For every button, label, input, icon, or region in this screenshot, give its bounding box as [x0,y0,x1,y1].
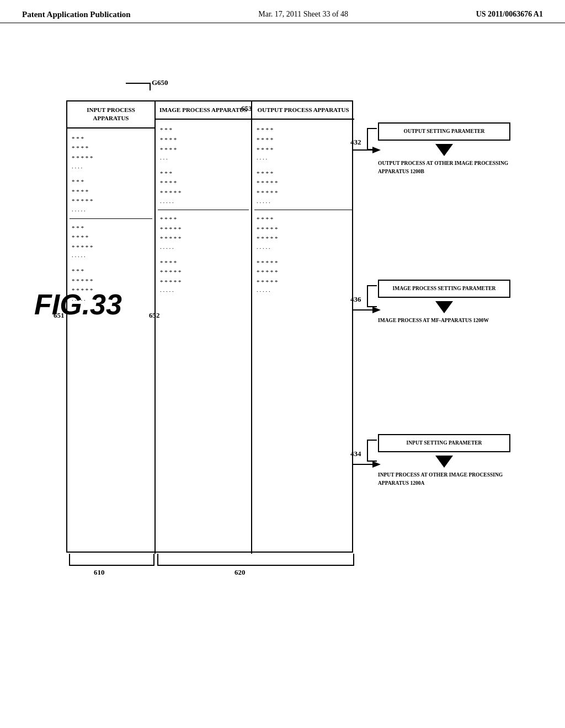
diagram: G650 INPUT PROCESS APPARATUS * * * * * *… [66,78,541,663]
bracket-620 [157,554,354,566]
box-432: OUTPUT SETTING PARAMETER [378,122,510,141]
num-653: 653 [241,104,252,113]
col653-header: OUTPUT PROCESS APPARATUS [252,101,354,120]
label-436: 436 [350,295,361,304]
right-item-432: 432 OUTPUT SETTING PARAMETER OUTPUT PROC… [378,122,510,175]
publication-label: Patent Application Publication [22,10,131,19]
sheet-info: Mar. 17, 2011 Sheet 33 of 48 [258,10,348,19]
num-652: 652 [149,311,160,320]
box-434: INPUT SETTING PARAMETER [378,434,510,452]
bracket-436 [367,285,377,307]
arrow-436 [378,301,510,313]
label-432: 432 [350,138,361,147]
bracket-432 [367,128,377,150]
col-653: OUTPUT PROCESS APPARATUS * * * * * * * *… [252,101,354,554]
main-content: FIG.33 G650 INPUT PROCESS APPARAT [0,23,565,51]
box-436: IMAGE PROCESS SETTING PARAMETER [378,280,510,298]
col651-header: INPUT PROCESS APPARATUS [67,101,154,129]
col651-data-upper: * * * * * * * * * * * * · · · · * * * * … [67,129,154,218]
col653-data-lower: * * * * * * * * * * * * * * · · · · · * … [252,210,354,299]
bracket-434 [367,440,377,462]
col-651: INPUT PROCESS APPARATUS * * * * * * * * … [67,101,156,554]
arrow-434 [378,456,510,468]
label-434: 434 [350,449,361,458]
col653-data-upper: * * * * * * * * * * * * · · · · * * * * … [252,120,354,210]
col-652: IMAGE PROCESS APPARATUS * * * * * * * * … [156,101,252,554]
col652-header: IMAGE PROCESS APPARATUS [156,101,251,120]
outer-box: INPUT PROCESS APPARATUS * * * * * * * * … [66,100,353,553]
col652-data-lower: * * * * * * * * * * * * * * · · · · · * … [156,210,251,299]
desc-432: OUTPUT PROCESS AT OTHER IMAGE PROCESSING… [378,159,510,175]
patent-number: US 2011/0063676 A1 [476,10,543,19]
label-610: 610 [94,568,105,577]
right-item-434: 434 INPUT SETTING PARAMETER INPUT PROCES… [378,434,510,487]
label-620: 620 [234,568,246,577]
num-651: 651 [54,311,65,320]
col652-data-upper: * * * * * * * * * * * · · · * * * * * * … [156,120,251,210]
col651-data-lower: * * * * * * * * * * * * · · · · · * * * … [67,219,154,308]
page-header: Patent Application Publication Mar. 17, … [0,0,565,23]
desc-434: INPUT PROCESS AT OTHER IMAGE PROCESSING … [378,471,510,487]
desc-436: IMAGE PROCESS AT MF-APPARATUS 1200W [378,317,510,324]
right-item-436: 436 IMAGE PROCESS SETTING PARAMETER IMAG… [378,280,510,325]
bracket-g650 [126,83,151,90]
bracket-610 [69,554,154,566]
arrow-432 [378,144,510,156]
label-g650: G650 [152,78,168,87]
